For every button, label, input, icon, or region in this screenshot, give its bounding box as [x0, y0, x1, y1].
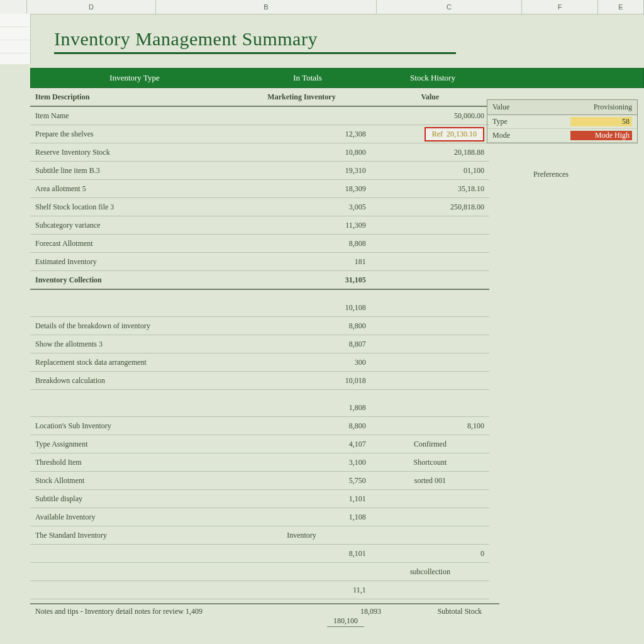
table-row: Subtitle display1,101 — [30, 490, 489, 508]
total-label: Notes and tips - Inventory detail notes … — [35, 607, 243, 616]
side-row: Mode Mode High — [487, 129, 637, 143]
table-row: Shelf Stock location file 33,005250,818.… — [30, 198, 489, 216]
column-letter-b[interactable]: B — [156, 0, 377, 14]
side-header-left: Value — [492, 103, 594, 112]
total-mid: 18,093 — [243, 607, 381, 616]
status-badge: 58 — [570, 117, 632, 126]
table-row: Threshold Item3,100Shortcount — [30, 453, 489, 472]
page-title: Inventory Management Summary — [54, 28, 456, 54]
table-row: Replacement stock data arrangement300 — [30, 353, 489, 372]
column-header-strip: D B C F E — [0, 0, 644, 14]
table-row: Available Inventory1,108 — [30, 508, 489, 526]
table-row: 11,1 — [30, 581, 489, 599]
table-row: Breakdown calculation10,018 — [30, 372, 489, 390]
header-in-totals: In Totals — [238, 73, 377, 83]
table-row: Item Name50,000.00 — [30, 106, 489, 125]
column-letter-f[interactable]: F — [522, 0, 598, 14]
inventory-table[interactable]: Item Description Marketing Inventory Val… — [30, 88, 489, 599]
table-row: Location's Sub Inventory8,8008,100 — [30, 417, 489, 435]
total-row: Notes and tips - Inventory detail notes … — [30, 603, 499, 619]
column-letter-e[interactable]: E — [598, 0, 644, 14]
table-row: Estimated Inventory181 — [30, 253, 489, 271]
side-panel: Value Provisioning Type 58 Mode Mode Hig… — [487, 99, 638, 143]
highlighted-cell: Ref 20,130.10 — [425, 127, 484, 142]
table-row: Details of the breakdown of inventory8,8… — [30, 317, 489, 335]
subheader-left: Item Description — [30, 88, 232, 106]
table-row: Show the allotments 38,807 — [30, 335, 489, 353]
header-stock-history: Stock History — [377, 73, 489, 83]
table-row: Forecast Allotment8,808 — [30, 235, 489, 253]
table-row: Type Assignment4,107Confirmed — [30, 435, 489, 453]
table-row: Reserve Inventory Stock10,80020,188.88 — [30, 143, 489, 162]
table-row: subcollection — [30, 563, 489, 581]
side-label: Preferences — [533, 170, 569, 179]
table-header-bar: Inventory Type In Totals Stock History — [30, 68, 644, 88]
footer-value: 180,100 — [327, 616, 364, 627]
column-letter-d[interactable]: D — [27, 0, 156, 14]
table-row: Prepare the shelves12,308Ref 20,130.10 — [30, 125, 489, 143]
header-inventory-type: Inventory Type — [31, 73, 238, 83]
total-right: Subtotal Stock — [381, 607, 482, 616]
table-row: 10,108 — [30, 299, 489, 317]
table-row: Inventory Collection31,105 — [30, 271, 489, 290]
status-badge: Mode High — [570, 131, 632, 140]
table-row: The Standard InventoryInventory — [30, 526, 489, 545]
side-header-right: Provisioning — [594, 103, 632, 112]
table-row: Subtitle line item B.319,31001,100 — [30, 162, 489, 180]
table-row: Subcategory variance11,309 — [30, 216, 489, 235]
column-letter-c[interactable]: C — [377, 0, 522, 14]
subheader-right: Value — [371, 88, 489, 106]
table-row: 1,808 — [30, 399, 489, 417]
table-row: 8,1010 — [30, 545, 489, 563]
table-row: Stock Allotment5,750sorted 001 — [30, 472, 489, 490]
side-row: Type 58 — [487, 115, 637, 129]
subheader-mid: Marketing Inventory — [232, 88, 371, 106]
table-row: Area allotment 518,30935,18.10 — [30, 180, 489, 198]
